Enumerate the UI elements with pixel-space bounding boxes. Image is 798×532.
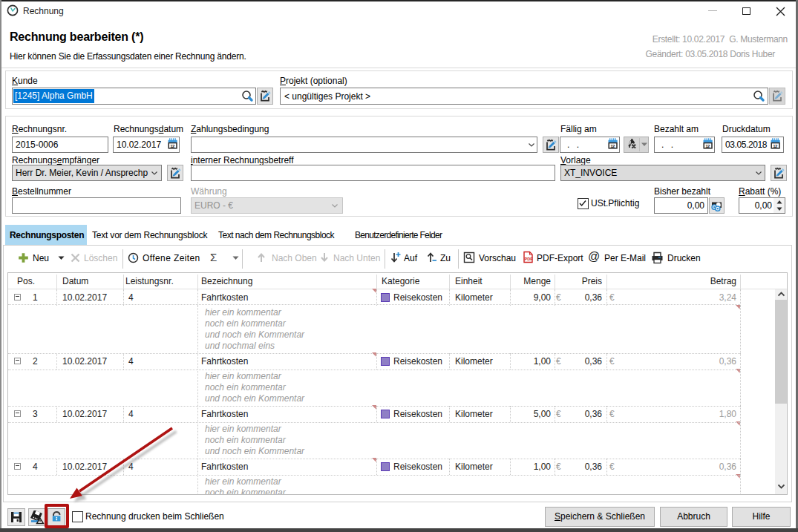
svg-text:PDF: PDF (525, 257, 534, 261)
